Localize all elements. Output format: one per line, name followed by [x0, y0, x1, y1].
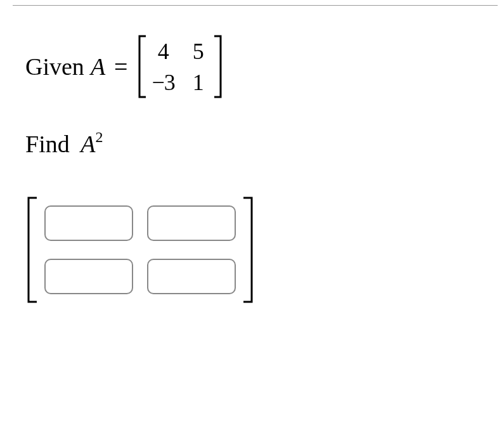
answer-input-r1c2[interactable] — [147, 205, 236, 241]
left-bracket-icon — [137, 35, 148, 98]
right-bracket-icon — [212, 35, 223, 98]
answer-input-r1c1[interactable] — [44, 205, 133, 241]
matrix-cell-r2c2: 1 — [189, 69, 208, 96]
matrix-cell-r1c2: 5 — [189, 38, 208, 65]
target-variable: A — [81, 131, 95, 157]
matrix-cells: 4 5 −3 1 — [148, 35, 212, 98]
variable-A: A — [91, 53, 105, 81]
find-line: Find A2 — [25, 130, 479, 158]
matrix-A: 4 5 −3 1 — [137, 35, 223, 98]
given-label: Given — [25, 53, 84, 81]
matrix-cell-r1c1: 4 — [152, 38, 175, 65]
equals-sign: = — [114, 53, 127, 81]
divider — [13, 5, 498, 6]
find-label: Find — [25, 131, 70, 157]
exponent: 2 — [95, 129, 103, 145]
answer-input-r2c2[interactable] — [147, 259, 236, 294]
answer-input-r2c1[interactable] — [44, 259, 133, 294]
problem-body: Given A = 4 5 −3 1 Find A2 — [0, 0, 504, 339]
matrix-cell-r2c1: −3 — [152, 69, 175, 96]
left-bracket-icon — [25, 196, 39, 304]
given-line: Given A = 4 5 −3 1 — [25, 35, 479, 98]
answer-cells — [39, 196, 241, 304]
right-bracket-icon — [241, 196, 255, 304]
answer-matrix — [25, 196, 479, 304]
